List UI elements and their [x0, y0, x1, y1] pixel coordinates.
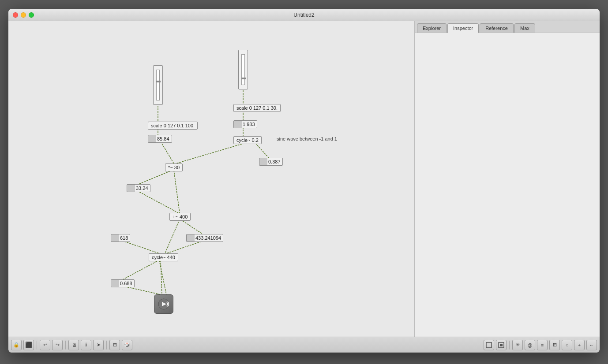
cycle1-object[interactable]: cycle~ 0.2 [233, 136, 262, 144]
svg-line-6 [161, 141, 174, 163]
num3-object[interactable]: 0.387 [259, 158, 283, 166]
tab-reference[interactable]: Reference [480, 23, 514, 33]
dac-object[interactable] [154, 294, 173, 314]
svg-line-13 [166, 241, 204, 253]
svg-line-5 [255, 143, 269, 158]
fit1-button[interactable] [484, 340, 494, 350]
undo-button[interactable]: ↩ [40, 340, 50, 350]
grid-button[interactable]: ⊞ [109, 340, 120, 350]
svg-line-16 [161, 260, 162, 294]
scale1-object[interactable]: scale 0 127 0.1 100. [148, 122, 198, 130]
separator-1 [37, 341, 37, 349]
add-button[interactable]: + [574, 340, 585, 350]
tab-explorer[interactable]: Explorer [417, 23, 447, 33]
svg-line-18 [159, 260, 166, 294]
main-window: Untitled2 [8, 9, 600, 353]
display-button[interactable]: 🖥 [68, 340, 79, 350]
tab-inspector[interactable]: Inspector [447, 23, 479, 33]
svg-rect-23 [500, 344, 503, 346]
panel-tabs: Explorer Inspector Reference Max [415, 21, 600, 33]
mul30-object[interactable]: *~ 30 [165, 163, 183, 171]
svg-line-7 [176, 143, 244, 163]
add400-object[interactable]: +~ 400 [169, 213, 191, 221]
connections-svg [8, 21, 414, 337]
tab-max[interactable]: Max [514, 23, 535, 33]
svg-line-15 [123, 260, 159, 279]
bottom-toolbar: 🔒 ⬛ ↩ ↪ 🖥 ℹ ➤ ⊞ 🎲 [8, 337, 600, 353]
slider-2[interactable] [238, 50, 248, 89]
main-area: scale 0 127 0.1 100. scale 0 127 0.1 30.… [8, 21, 600, 337]
back-button[interactable]: ← [586, 340, 597, 350]
slider-thumb-2 [241, 78, 246, 79]
panel-content [415, 33, 600, 337]
slider-track-2 [241, 54, 245, 85]
window-controls [13, 12, 34, 18]
svg-line-14 [165, 219, 180, 253]
titlebar: Untitled2 [8, 9, 600, 21]
cycle2-object[interactable]: cycle~ 440 [149, 253, 178, 261]
num4-object[interactable]: 33.24 [127, 184, 150, 192]
circle-button[interactable]: ○ [562, 340, 572, 350]
copy-button[interactable]: ⬛ [23, 340, 34, 350]
svg-line-12 [122, 241, 159, 253]
close-button[interactable] [13, 12, 18, 18]
scale2-object[interactable]: scale 0 127 0.1 30. [233, 104, 281, 112]
svg-line-9 [174, 170, 180, 213]
separator-2 [65, 341, 66, 349]
num5-object[interactable]: 618 [111, 234, 130, 242]
svg-rect-21 [486, 342, 492, 348]
right-panel: Explorer Inspector Reference Max [414, 21, 600, 337]
fit2-button[interactable] [496, 340, 507, 350]
at-button[interactable]: @ [525, 340, 535, 350]
separator-3 [106, 341, 107, 349]
lock-button[interactable]: 🔒 [11, 340, 22, 350]
separator-4 [509, 341, 510, 349]
comment-text: sine wave between -1 and 1 [277, 136, 337, 141]
minimize-button[interactable] [21, 12, 26, 18]
slider-track-1 [156, 70, 160, 100]
slider-thumb-1 [156, 81, 161, 82]
svg-line-11 [180, 219, 203, 234]
num2-object[interactable]: 1.983 [233, 120, 257, 128]
star-button[interactable]: ✳ [512, 340, 523, 350]
svg-line-8 [139, 170, 173, 184]
maximize-button[interactable] [29, 12, 34, 18]
info-button[interactable]: ℹ [81, 340, 91, 350]
num1-object[interactable]: 85.84 [148, 135, 172, 143]
num6-object[interactable]: 433.241094 [186, 234, 223, 242]
send-button[interactable]: ➤ [93, 340, 104, 350]
grid2-button[interactable]: ⊞ [549, 340, 560, 350]
window-title: Untitled2 [293, 12, 314, 18]
apps-button[interactable]: 🎲 [122, 340, 132, 350]
canvas-area[interactable]: scale 0 127 0.1 100. scale 0 127 0.1 30.… [8, 21, 414, 337]
num7-object[interactable]: 0.688 [111, 279, 135, 287]
list-button[interactable]: ≡ [537, 340, 548, 350]
slider-1[interactable] [153, 65, 163, 105]
svg-line-10 [137, 191, 178, 213]
redo-button[interactable]: ↪ [52, 340, 63, 350]
